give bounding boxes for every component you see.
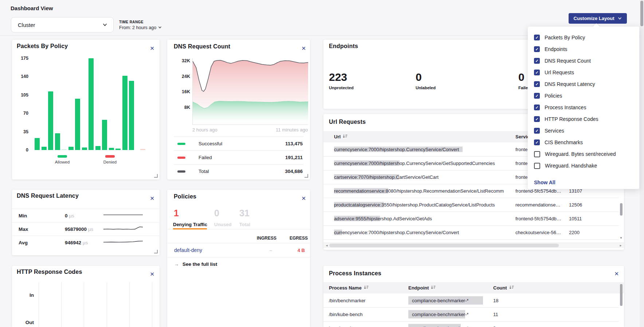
checkbox-checked-icon[interactable]: ✓: [534, 58, 540, 64]
checkbox-checked-icon[interactable]: ✓: [534, 105, 540, 110]
service-cell: recommendationse…: [515, 202, 565, 208]
policy-link-default-deny[interactable]: default-deny: [174, 247, 202, 253]
dns-request-latency-title: DNS Request Latency: [17, 193, 79, 199]
url-highlight: recommendationservice:8: [334, 188, 388, 194]
menu-item-dns-request-count[interactable]: ✓DNS Request Count: [528, 55, 639, 67]
http-in-label: In: [12, 292, 34, 298]
close-icon[interactable]: ✕: [150, 271, 154, 277]
allowed-legend-swatch: [58, 155, 67, 158]
ingress-column-header: INGRESS: [257, 236, 276, 241]
page-scrollbar[interactable]: [640, 0, 644, 327]
horizontal-scrollbar-thumb[interactable]: [329, 244, 559, 247]
allowed-bar: [55, 133, 60, 150]
close-icon[interactable]: ✕: [150, 196, 154, 201]
process-instance-row[interactable]: /bin/benchmarkercompliance-benchmarker-*…: [323, 293, 619, 308]
denied-legend-swatch: [105, 155, 115, 158]
process-instance-row[interactable]: /bin/kube-benchcompliance-benchmarker-*1…: [323, 307, 619, 322]
url-highlight: productcatalogservice:3: [334, 202, 384, 208]
count-cell: 10511: [569, 216, 582, 221]
total-tab[interactable]: Total: [239, 222, 250, 227]
active-tab-underline: [173, 228, 207, 229]
menu-item-http-response-codes[interactable]: ✓HTTP Response Codes: [528, 113, 639, 125]
url-request-row[interactable]: currencyservice:7000/hipstershop.Currenc…: [323, 225, 619, 240]
time-range-control[interactable]: From: 2 hours ago: [119, 25, 162, 30]
menu-item-policies[interactable]: ✓Policies: [528, 90, 639, 102]
denying-traffic-tab[interactable]: Denying Traffic: [173, 222, 207, 227]
url-rest: artService/GetCart: [399, 174, 439, 180]
checkbox-checked-icon[interactable]: ✓: [534, 46, 540, 52]
scroll-down-arrow-icon[interactable]: ▼: [620, 236, 623, 240]
endpoint-highlight: compliance-benchmarker: [408, 310, 465, 319]
vertical-scrollbar-thumb[interactable]: [620, 284, 623, 306]
process-instance-row[interactable]: benchmarkercompliance-benchmarker-*9: [323, 321, 619, 327]
show-all-link[interactable]: Show All: [534, 180, 555, 185]
menu-item-cis-benchmarks[interactable]: ✓CIS Benchmarks: [528, 137, 639, 148]
close-icon[interactable]: ✕: [301, 46, 306, 51]
gridline: [129, 282, 130, 327]
egress-column-header: EGRESS: [290, 236, 308, 241]
url-cell: cartservice:7070/hipstershop.CartService…: [334, 174, 439, 180]
menu-item-services[interactable]: ✓Services: [528, 125, 639, 137]
endpoint-highlight: compliance-benchmark: [408, 324, 461, 327]
endpoint-rest: -*: [465, 312, 468, 317]
latency-unit: µs: [81, 240, 88, 245]
menu-item-url-requests[interactable]: ✓Url Requests: [528, 67, 639, 78]
checkbox-checked-icon[interactable]: ✓: [534, 128, 540, 134]
divider: [167, 257, 310, 257]
divider: [167, 243, 310, 243]
url-request-row[interactable]: productcatalogservice:3550/hipstershop.P…: [323, 198, 619, 212]
page-scrollbar-thumb[interactable]: [640, 1, 643, 26]
horizontal-scrollbar[interactable]: ◄ ►: [323, 243, 624, 248]
checkbox-checked-icon[interactable]: ✓: [534, 70, 540, 75]
close-icon[interactable]: ✕: [301, 196, 306, 201]
menu-item-label: DNS Request Count: [545, 58, 591, 64]
y-tick-label: 8K: [184, 105, 190, 110]
menu-item-wireguard-handshake[interactable]: Wireguard. Handshake: [528, 160, 639, 172]
scroll-right-arrow-icon[interactable]: ►: [619, 244, 622, 247]
menu-item-wireguard-bytes-sent-received[interactable]: Wireguard. Bytes sent/received: [528, 148, 639, 160]
process-header-row: [323, 282, 624, 293]
sort-icon: [431, 285, 436, 291]
checkbox-checked-icon[interactable]: ✓: [534, 35, 540, 40]
allowed-bar: [89, 58, 94, 150]
checkbox-unchecked-icon[interactable]: [534, 163, 540, 169]
dns-legend: Successful113,475Failed191,211Total304,6…: [174, 137, 303, 178]
checkbox-checked-icon[interactable]: ✓: [534, 116, 540, 122]
checkbox-checked-icon[interactable]: ✓: [534, 93, 540, 99]
allowed-bar: [68, 147, 74, 150]
see-full-list-link[interactable]: → See the full list: [174, 261, 217, 267]
process-instances-title: Process Instances: [329, 270, 381, 277]
checkbox-unchecked-icon[interactable]: [534, 151, 540, 157]
latency-table: Min0 µsMax95879000 µsAvg946942 µs: [12, 209, 160, 249]
process-name-column-header[interactable]: Process Name: [329, 282, 369, 293]
endpoint-column-header[interactable]: Endpoint: [408, 282, 436, 293]
resize-handle[interactable]: [154, 174, 158, 178]
time-range-label: TIME RANGE: [119, 20, 144, 24]
close-icon[interactable]: ✕: [614, 271, 619, 276]
vertical-scrollbar-thumb[interactable]: [620, 203, 623, 216]
customize-layout-button[interactable]: Customize Layout: [569, 13, 627, 24]
scroll-left-arrow-icon[interactable]: ◄: [325, 244, 328, 247]
checkbox-checked-icon[interactable]: ✓: [534, 139, 540, 145]
menu-item-packets-by-policy[interactable]: ✓Packets By Policy: [528, 32, 639, 43]
unused-tab[interactable]: Unused: [214, 222, 232, 227]
dns-area-chart: [192, 58, 308, 125]
menu-item-label: Process Instances: [545, 105, 586, 110]
menu-item-process-instances[interactable]: ✓Process Instances: [528, 102, 639, 113]
process-name-cell: /bin/benchmarker: [329, 298, 365, 303]
checkbox-checked-icon[interactable]: ✓: [534, 81, 540, 87]
url-request-row[interactable]: adservice:9555/hipstershop.AdService/Get…: [323, 212, 619, 226]
menu-item-label: Packets By Policy: [545, 35, 585, 40]
menu-item-endpoints[interactable]: ✓Endpoints: [528, 43, 639, 55]
sort-icon: [509, 285, 514, 291]
endpoints-unlabeled-label: Unlabeled: [416, 86, 436, 90]
close-icon[interactable]: ✕: [150, 46, 154, 51]
view-selector[interactable]: Cluster: [11, 17, 114, 32]
menu-item-dns-request-latency[interactable]: ✓DNS Request Latency: [528, 78, 639, 90]
resize-handle[interactable]: [154, 250, 158, 253]
count-column-header[interactable]: Count: [493, 282, 514, 293]
denied-bar: [140, 149, 145, 150]
http-response-codes-title: HTTP Response Codes: [17, 269, 82, 275]
resize-handle[interactable]: [305, 174, 308, 178]
url-column-header[interactable]: Url: [334, 131, 347, 142]
